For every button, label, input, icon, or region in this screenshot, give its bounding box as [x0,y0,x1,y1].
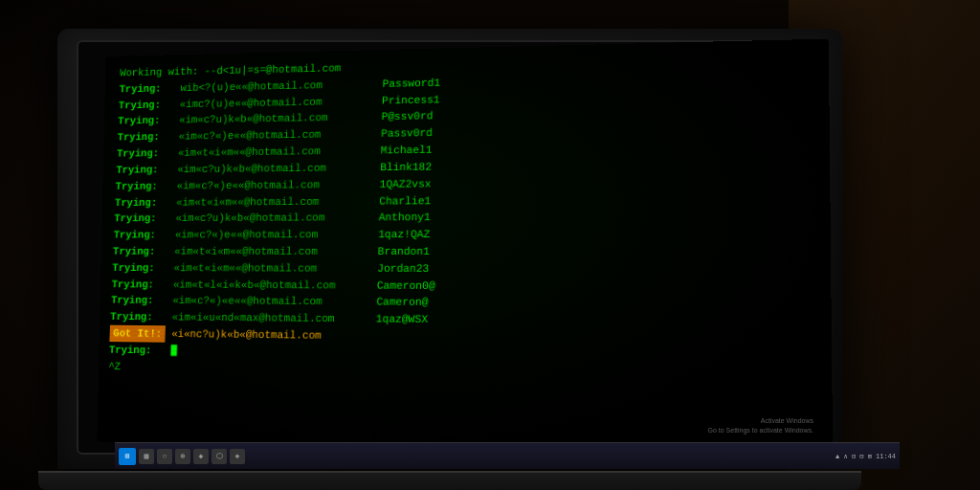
line-password: 1QAZ2vsx [379,175,431,192]
line-password: Cameron@ [376,294,429,311]
line-label: Trying: [112,259,174,276]
terminal-line-10: Trying: «im«c?«)e««@hotmail.com 1qaz!QAZ [113,225,815,243]
line-password: Jordan23 [377,260,430,278]
cursor: █ [170,343,177,359]
taskbar-time: 11:44 [876,453,896,460]
line-email: «im«t«l«i«k«b«@hotmail.com [173,277,373,294]
taskbar-icon-4[interactable]: ◈ [193,449,209,464]
screen-bezel: Working with: --d<1u|=s=@hotmail.com Try… [77,40,823,455]
got-it-email: «i«nc?u)k«b«@hotmail.com [166,325,367,345]
line-password: Michael1 [380,142,432,159]
line-email: «im«t«i«m««@hotmail.com [173,259,373,277]
activate-windows-watermark: Activate Windows Go to Settings to activ… [708,416,814,435]
line-label: Trying: [109,342,171,359]
line-password: Passv0rd [381,124,433,142]
line-password: P@ssv0rd [381,108,433,125]
line-label: Trying: [111,276,173,292]
line-label: Trying: [117,128,179,145]
line-label: Trying: [110,309,172,326]
taskbar-icon-2[interactable]: ○ [157,449,172,464]
terminal-line-11: Trying: «im«t«i«m««@hotmail.com Brandon1 [113,243,816,261]
line-password: Anthony1 [378,210,430,227]
line-label: Trying: [113,227,175,243]
line-label: Trying: [118,112,180,129]
line-email: «im«c?u)k«b«@hotmail.com [177,159,376,177]
laptop-base [38,471,861,490]
terminal-screen: Working with: --d<1u|=s=@hotmail.com Try… [97,39,833,460]
got-it-label: Got It!: [109,325,166,343]
line-label: Trying: [113,243,175,259]
line-label: Trying: [119,96,181,113]
taskbar-icon-6[interactable]: ❖ [230,449,245,464]
line-password: Brandon1 [378,243,431,260]
taskbar: ⊞ ▦ ○ ⊕ ◈ ⬡ ❖ ▲ ∧ ⊡ ⊟ ⊞ 11:44 [115,442,900,469]
line-password: Princess1 [382,91,440,109]
line-email: «im«c?«)«e««@hotmail.com [172,293,373,311]
line-email: «im«c?«)e««@hotmail.com [175,226,375,243]
line-label: Trying: [116,161,178,178]
start-button[interactable]: ⊞ [119,448,136,465]
activate-line1: Activate Windows [708,416,814,426]
line-email: «im«t«i«m««@hotmail.com [174,243,374,260]
taskbar-icon-1[interactable]: ▦ [139,449,154,464]
line-label: Trying: [111,292,173,309]
line-email: «im«c?u)k«b«@hotmail.com [175,210,375,227]
taskbar-right: ▲ ∧ ⊡ ⊟ ⊞ 11:44 [835,453,896,460]
line-label: Trying: [114,211,176,227]
line-email: «im«c?«)e««@hotmail.com [176,176,376,194]
activate-line2: Go to Settings to activate Windows. [708,426,814,435]
line-password: Cameron0@ [377,277,435,294]
laptop-body: Working with: --d<1u|=s=@hotmail.com Try… [57,29,842,469]
system-tray-icons: ▲ ∧ ⊡ ⊟ ⊞ [835,453,872,460]
line-email: «im«i«u«nd«max@hotmail.com [171,309,372,327]
line-label: Trying: [117,145,179,162]
line-password: Password1 [382,75,440,93]
line-password: Charlie1 [379,192,431,210]
line-label: Trying: [115,178,177,195]
line-email: «im«t«i«m««@hotmail.com [178,143,377,162]
taskbar-icon-5[interactable]: ⬡ [212,449,227,464]
terminal-line-9: Trying: «im«c?u)k«b«@hotmail.com Anthony… [114,208,816,227]
line-label: Trying: [119,79,180,97]
ctrl-z-text: ^Z [108,358,121,374]
terminal-content: Working with: --d<1u|=s=@hotmail.com Try… [97,39,832,397]
line-password: Blink182 [380,159,432,176]
line-label: Trying: [115,194,177,211]
line-password: 1qaz!QAZ [378,226,431,243]
taskbar-icon-3[interactable]: ⊕ [175,449,190,464]
line-password: 1qaz@WSX [376,311,429,328]
line-email: «im«t«i«m««@hotmail.com [176,192,376,211]
